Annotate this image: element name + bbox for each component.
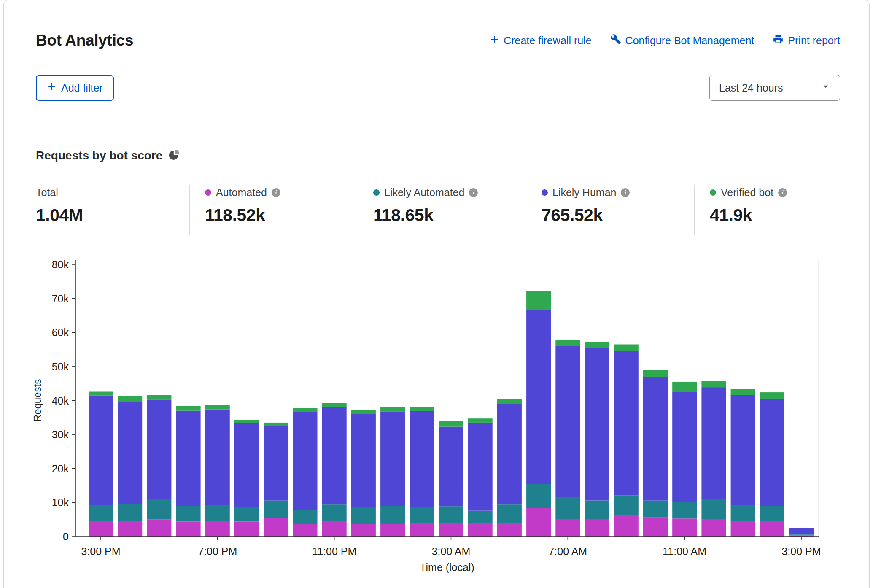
stat-automated-label: Automated: [216, 186, 267, 199]
print-report-link[interactable]: Print report: [773, 34, 840, 47]
header-row: Bot Analytics Create firewall rule Confi…: [36, 32, 840, 49]
info-icon[interactable]: i: [469, 188, 478, 197]
svg-text:11:00 PM: 11:00 PM: [312, 545, 356, 557]
svg-text:3:00 AM: 3:00 AM: [432, 545, 471, 557]
stat-likely-automated: Likely Automated i 118.65k: [358, 185, 526, 235]
add-filter-button[interactable]: Add filter: [36, 75, 114, 101]
svg-text:10k: 10k: [52, 496, 69, 508]
svg-text:30k: 30k: [52, 429, 69, 440]
svg-text:50k: 50k: [52, 361, 69, 372]
stat-likely-human-value: 765.52k: [542, 205, 690, 225]
bot-score-chart: 010k20k30k40k50k60k70k80k3:00 PM7:00 PM1…: [4, 254, 869, 577]
stat-likely-human: Likely Human i 765.52k: [526, 185, 694, 235]
time-range-select[interactable]: Last 24 hours: [709, 75, 840, 101]
print-report-label: Print report: [788, 35, 840, 47]
stat-verified-bot: Verified bot i 41.9k: [694, 185, 840, 235]
time-range-value: Last 24 hours: [719, 82, 783, 94]
stat-likely-automated-value: 118.65k: [373, 205, 522, 225]
svg-text:80k: 80k: [52, 259, 69, 270]
create-firewall-rule-label: Create firewall rule: [504, 35, 591, 47]
plus-icon: [47, 81, 57, 94]
stat-likely-human-label: Likely Human: [552, 186, 616, 199]
svg-text:Time (local): Time (local): [420, 561, 474, 573]
info-icon[interactable]: i: [621, 188, 630, 197]
filter-row: Add filter Last 24 hours: [36, 75, 840, 101]
svg-text:3:00 PM: 3:00 PM: [81, 545, 120, 557]
automated-dot: [205, 189, 211, 196]
pie-chart-icon: [168, 150, 180, 163]
svg-text:11:00 AM: 11:00 AM: [663, 545, 706, 557]
stat-likely-automated-label: Likely Automated: [384, 186, 464, 199]
page-title: Bot Analytics: [36, 32, 133, 49]
stat-total: Total 1.04M: [36, 185, 189, 235]
stats-row: Total 1.04M Automated i 118.52k Likely A…: [36, 185, 840, 235]
svg-text:3:00 PM: 3:00 PM: [781, 545, 821, 557]
printer-icon: [773, 34, 784, 47]
svg-text:7:00 PM: 7:00 PM: [198, 545, 237, 557]
stat-total-label: Total: [36, 186, 58, 199]
chevron-down-icon: [820, 81, 831, 94]
header-card: Bot Analytics Create firewall rule Confi…: [4, 0, 869, 119]
svg-text:20k: 20k: [52, 463, 69, 475]
svg-text:40k: 40k: [52, 395, 69, 407]
svg-text:60k: 60k: [52, 326, 69, 338]
stat-total-value: 1.04M: [36, 205, 185, 225]
svg-text:7:00 AM: 7:00 AM: [548, 545, 587, 557]
info-icon[interactable]: i: [272, 188, 280, 197]
svg-text:Requests: Requests: [32, 379, 43, 422]
plus-icon: [490, 35, 499, 47]
add-filter-label: Add filter: [61, 82, 103, 94]
likely-human-dot: [542, 189, 548, 196]
section-title-row: Requests by bot score: [36, 148, 840, 163]
likely-automated-dot: [373, 189, 380, 196]
verified-bot-dot: [710, 189, 716, 196]
wrench-icon: [610, 34, 621, 47]
header-actions: Create firewall rule Configure Bot Manag…: [490, 34, 840, 47]
bot-analytics-page: Bot Analytics Create firewall rule Confi…: [3, 0, 870, 588]
configure-bot-management-label: Configure Bot Management: [625, 35, 754, 47]
configure-bot-management-link[interactable]: Configure Bot Management: [610, 34, 754, 47]
info-icon[interactable]: i: [778, 188, 787, 197]
stat-verified-bot-label: Verified bot: [721, 186, 773, 199]
stat-verified-bot-value: 41.9k: [710, 205, 836, 225]
stat-automated-value: 118.52k: [205, 205, 353, 225]
chart-svg: 010k20k30k40k50k60k70k80k3:00 PM7:00 PM1…: [4, 254, 869, 577]
stat-automated: Automated i 118.52k: [189, 185, 358, 235]
svg-text:70k: 70k: [52, 293, 69, 305]
create-firewall-rule-link[interactable]: Create firewall rule: [490, 35, 591, 47]
section-title: Requests by bot score: [36, 149, 162, 162]
content: Requests by bot score Total 1.04M Aut: [4, 148, 869, 588]
svg-text:0: 0: [63, 531, 69, 542]
